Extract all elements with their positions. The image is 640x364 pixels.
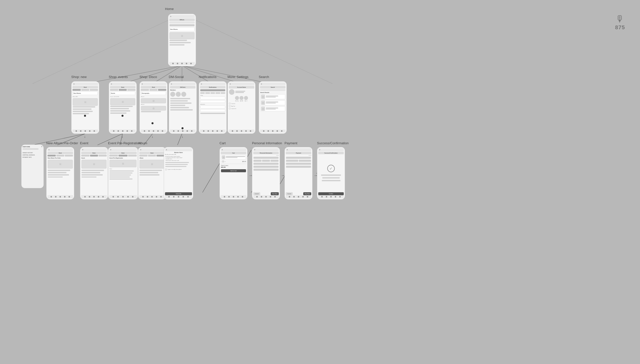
connector-dot-1 bbox=[84, 115, 86, 117]
phone-event: Rock Event bbox=[80, 147, 108, 200]
connector-dot-3 bbox=[152, 122, 154, 124]
phone-user-menu: USER NAME ✕ ORDER HISTORY SHIPPING ADDRE… bbox=[21, 144, 44, 188]
label-success: Success/Confirmation bbox=[317, 141, 348, 145]
label-shop-events: Shop: events bbox=[109, 75, 128, 79]
label-home: Home bbox=[165, 7, 174, 11]
phone-dm-detail: Member Name Monthly subscription DM Hi l… bbox=[164, 147, 193, 200]
label-personal-info: Personal Information bbox=[252, 141, 282, 145]
phone-album: Rock Album bbox=[138, 147, 166, 200]
phone-dm-social: DM Rock Members bbox=[169, 81, 197, 134]
connector-dot-2 bbox=[122, 115, 124, 117]
label-cart: Cart bbox=[220, 141, 226, 145]
phone-shop-disco: Rock Discography Album1 Album2 bbox=[140, 81, 168, 134]
label-new-album-preorder: New Album Pre-Order bbox=[46, 141, 78, 145]
phone-event-prereg: Rock Event Pre-Registration Notes bbox=[108, 147, 138, 200]
phone-new-album-preorder: Rock New Album Pre-Order bbox=[46, 147, 74, 200]
watermark: 🎙 875 bbox=[615, 14, 625, 31]
label-payment: Payment bbox=[284, 141, 297, 145]
label-event-prereg: Event Pre-Registration bbox=[108, 141, 141, 145]
phone-search: Search Search Results bbox=[259, 81, 287, 134]
svg-line-5 bbox=[182, 66, 271, 84]
phone-cart: Cart -0+ $00.00 Total (1 item) bbox=[220, 147, 248, 200]
watermark-number: 875 bbox=[615, 24, 625, 31]
label-event: Event bbox=[80, 141, 88, 145]
phone-payment: Payment 2 of 2 Cancel Pay Now bbox=[284, 147, 312, 200]
phone-personal-info: Personal Information 1 of 2 Cancel Pay N… bbox=[252, 147, 280, 200]
label-search: Search bbox=[259, 75, 269, 79]
phone-notifications: Notifications Today 2024.0115 bbox=[199, 81, 227, 134]
label-album: Album bbox=[138, 141, 147, 145]
label-shop-new: Shop: new bbox=[71, 75, 86, 79]
connector-dot-4 bbox=[182, 127, 184, 129]
label-shop-disco: Shop: Disco bbox=[140, 75, 157, 79]
phone-shop-events: Rock Events Event 1 00-00-0000 bbox=[109, 81, 137, 134]
phone-settings: Account Name My Tips My DM bbox=[228, 81, 256, 134]
label-dm-social: DM-Social bbox=[169, 75, 184, 79]
phone-success: Success/Confirmation ✓ Confirm bbox=[317, 147, 345, 200]
watermark-icon: 🎙 bbox=[616, 14, 624, 24]
label-notifications: Notifications bbox=[199, 75, 216, 79]
phone-shop-new: Rock New Albums Album ABC bbox=[71, 81, 99, 134]
phone-home: WiRock New Albums bbox=[168, 14, 196, 66]
label-settings: More: Settings bbox=[228, 75, 248, 79]
